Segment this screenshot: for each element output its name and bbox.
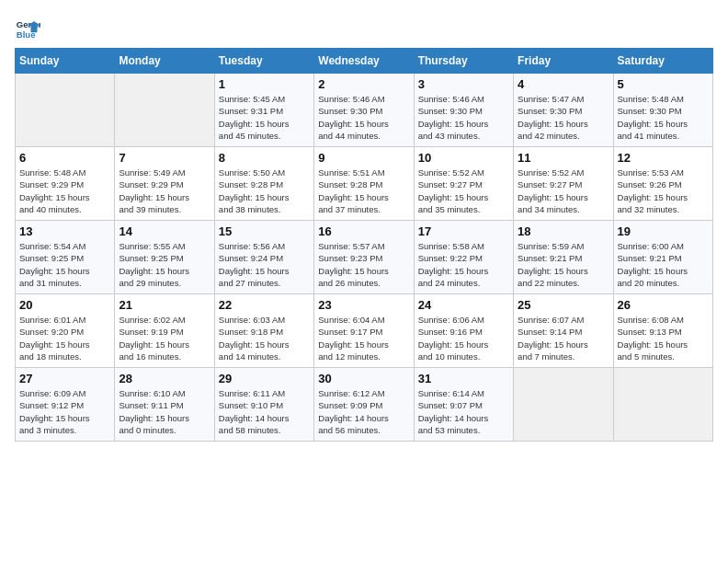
day-number: 18 [518,224,609,238]
calendar-cell: 3Sunrise: 5:46 AM Sunset: 9:30 PM Daylig… [414,74,513,147]
day-detail: Sunrise: 5:49 AM Sunset: 9:29 PM Dayligh… [119,167,210,215]
day-detail: Sunrise: 5:50 AM Sunset: 9:28 PM Dayligh… [219,167,310,215]
day-detail: Sunrise: 6:08 AM Sunset: 9:13 PM Dayligh… [618,314,709,362]
calendar-cell: 20Sunrise: 6:01 AM Sunset: 9:20 PM Dayli… [16,294,115,368]
day-detail: Sunrise: 5:46 AM Sunset: 9:30 PM Dayligh… [418,93,509,142]
day-number: 11 [518,151,609,165]
day-detail: Sunrise: 5:48 AM Sunset: 9:29 PM Dayligh… [19,167,110,215]
weekday-header: Thursday [414,49,513,74]
day-number: 29 [219,372,310,385]
calendar-week-row: 1Sunrise: 5:45 AM Sunset: 9:31 PM Daylig… [16,74,713,147]
day-detail: Sunrise: 6:09 AM Sunset: 9:12 PM Dayligh… [19,387,110,436]
calendar-cell [613,368,712,442]
calendar-cell: 26Sunrise: 6:08 AM Sunset: 9:13 PM Dayli… [613,294,712,368]
calendar-week-row: 27Sunrise: 6:09 AM Sunset: 9:12 PM Dayli… [16,368,713,442]
calendar-cell: 6Sunrise: 5:48 AM Sunset: 9:29 PM Daylig… [16,147,115,221]
day-number: 14 [119,224,210,238]
calendar-cell: 14Sunrise: 5:55 AM Sunset: 9:25 PM Dayli… [115,221,214,294]
calendar-cell: 27Sunrise: 6:09 AM Sunset: 9:12 PM Dayli… [16,368,115,442]
day-detail: Sunrise: 6:12 AM Sunset: 9:09 PM Dayligh… [318,387,409,436]
day-detail: Sunrise: 6:04 AM Sunset: 9:17 PM Dayligh… [318,314,409,362]
day-number: 25 [518,298,609,312]
day-detail: Sunrise: 5:45 AM Sunset: 9:31 PM Dayligh… [219,93,310,142]
calendar-cell: 23Sunrise: 6:04 AM Sunset: 9:17 PM Dayli… [314,294,414,368]
calendar-cell: 11Sunrise: 5:52 AM Sunset: 9:27 PM Dayli… [514,147,613,221]
calendar-week-row: 20Sunrise: 6:01 AM Sunset: 9:20 PM Dayli… [16,294,713,368]
day-number: 12 [618,151,709,165]
day-number: 21 [119,298,210,312]
day-number: 4 [518,77,609,91]
day-number: 2 [318,77,409,91]
day-number: 1 [219,77,310,91]
day-number: 6 [19,151,110,165]
weekday-header: Friday [514,49,613,74]
calendar-cell [514,368,613,442]
day-detail: Sunrise: 6:10 AM Sunset: 9:11 PM Dayligh… [119,387,210,436]
page-header: General Blue [15,15,713,40]
calendar-cell: 13Sunrise: 5:54 AM Sunset: 9:25 PM Dayli… [16,221,115,294]
calendar-cell: 8Sunrise: 5:50 AM Sunset: 9:28 PM Daylig… [214,147,313,221]
calendar-cell: 19Sunrise: 6:00 AM Sunset: 9:21 PM Dayli… [613,221,712,294]
logo-icon: General Blue [15,15,40,40]
calendar-cell: 9Sunrise: 5:51 AM Sunset: 9:28 PM Daylig… [314,147,414,221]
calendar-cell [16,74,115,147]
calendar-cell: 17Sunrise: 5:58 AM Sunset: 9:22 PM Dayli… [414,221,513,294]
calendar-cell: 2Sunrise: 5:46 AM Sunset: 9:30 PM Daylig… [314,74,414,147]
day-detail: Sunrise: 5:57 AM Sunset: 9:23 PM Dayligh… [318,240,409,289]
day-number: 23 [318,298,409,312]
weekday-header: Tuesday [214,49,313,74]
day-detail: Sunrise: 5:52 AM Sunset: 9:27 PM Dayligh… [518,167,609,215]
calendar-cell: 24Sunrise: 6:06 AM Sunset: 9:16 PM Dayli… [414,294,513,368]
weekday-header: Wednesday [314,49,414,74]
calendar-cell: 12Sunrise: 5:53 AM Sunset: 9:26 PM Dayli… [613,147,712,221]
day-detail: Sunrise: 5:58 AM Sunset: 9:22 PM Dayligh… [418,240,509,289]
day-detail: Sunrise: 5:56 AM Sunset: 9:24 PM Dayligh… [219,240,310,289]
day-number: 13 [19,224,110,238]
calendar-cell: 4Sunrise: 5:47 AM Sunset: 9:30 PM Daylig… [514,74,613,147]
day-detail: Sunrise: 5:48 AM Sunset: 9:30 PM Dayligh… [618,93,709,142]
day-detail: Sunrise: 6:06 AM Sunset: 9:16 PM Dayligh… [418,314,509,362]
day-number: 28 [119,372,210,385]
day-detail: Sunrise: 6:00 AM Sunset: 9:21 PM Dayligh… [618,240,709,289]
calendar-cell: 21Sunrise: 6:02 AM Sunset: 9:19 PM Dayli… [115,294,214,368]
day-number: 10 [418,151,509,165]
calendar-cell: 31Sunrise: 6:14 AM Sunset: 9:07 PM Dayli… [414,368,513,442]
calendar-cell: 15Sunrise: 5:56 AM Sunset: 9:24 PM Dayli… [214,221,313,294]
day-number: 7 [119,151,210,165]
day-number: 8 [219,151,310,165]
day-detail: Sunrise: 5:46 AM Sunset: 9:30 PM Dayligh… [318,93,409,142]
day-number: 30 [318,372,409,385]
weekday-header: Saturday [613,49,712,74]
day-detail: Sunrise: 5:59 AM Sunset: 9:21 PM Dayligh… [518,240,609,289]
day-number: 19 [618,224,709,238]
day-detail: Sunrise: 5:51 AM Sunset: 9:28 PM Dayligh… [318,167,409,215]
day-number: 5 [618,77,709,91]
calendar-cell: 30Sunrise: 6:12 AM Sunset: 9:09 PM Dayli… [314,368,414,442]
day-number: 27 [19,372,110,385]
calendar-cell: 5Sunrise: 5:48 AM Sunset: 9:30 PM Daylig… [613,74,712,147]
weekday-header: Sunday [16,49,115,74]
day-number: 3 [418,77,509,91]
day-detail: Sunrise: 5:47 AM Sunset: 9:30 PM Dayligh… [518,93,609,142]
day-number: 20 [19,298,110,312]
day-detail: Sunrise: 6:11 AM Sunset: 9:10 PM Dayligh… [219,387,310,436]
calendar-cell: 7Sunrise: 5:49 AM Sunset: 9:29 PM Daylig… [115,147,214,221]
day-detail: Sunrise: 6:02 AM Sunset: 9:19 PM Dayligh… [119,314,210,362]
day-detail: Sunrise: 6:07 AM Sunset: 9:14 PM Dayligh… [518,314,609,362]
day-detail: Sunrise: 5:53 AM Sunset: 9:26 PM Dayligh… [618,167,709,215]
logo: General Blue [15,15,40,40]
day-number: 16 [318,224,409,238]
calendar-week-row: 13Sunrise: 5:54 AM Sunset: 9:25 PM Dayli… [16,221,713,294]
calendar-cell: 16Sunrise: 5:57 AM Sunset: 9:23 PM Dayli… [314,221,414,294]
day-detail: Sunrise: 5:54 AM Sunset: 9:25 PM Dayligh… [19,240,110,289]
day-detail: Sunrise: 6:03 AM Sunset: 9:18 PM Dayligh… [219,314,310,362]
calendar-week-row: 6Sunrise: 5:48 AM Sunset: 9:29 PM Daylig… [16,147,713,221]
calendar-cell: 28Sunrise: 6:10 AM Sunset: 9:11 PM Dayli… [115,368,214,442]
calendar-cell: 25Sunrise: 6:07 AM Sunset: 9:14 PM Dayli… [514,294,613,368]
calendar-cell: 1Sunrise: 5:45 AM Sunset: 9:31 PM Daylig… [214,74,313,147]
day-number: 9 [318,151,409,165]
calendar-cell: 29Sunrise: 6:11 AM Sunset: 9:10 PM Dayli… [214,368,313,442]
weekday-header-row: SundayMondayTuesdayWednesdayThursdayFrid… [16,49,713,74]
day-detail: Sunrise: 6:14 AM Sunset: 9:07 PM Dayligh… [418,387,509,436]
day-number: 24 [418,298,509,312]
